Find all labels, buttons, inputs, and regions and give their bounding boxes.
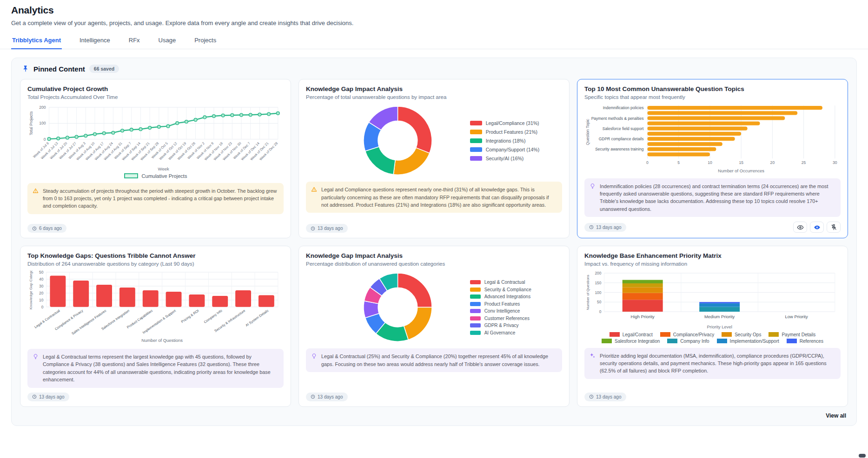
insights-button[interactable] [810,222,824,233]
card-footer: 13 days ago [306,388,562,401]
svg-text:0: 0 [599,309,602,314]
view-all-link[interactable]: View all [20,412,848,419]
tab-projects[interactable]: Projects [193,34,217,49]
svg-text:200: 200 [595,271,601,275]
card-top-10-unanswerable-question-topics[interactable]: Top 10 Most Common Unanswerable Question… [577,79,848,238]
card-cumulative-project-growth[interactable]: Cumulative Project Growth Total Projects… [20,79,291,238]
tab-intelligence[interactable]: Intelligence [79,34,111,49]
unpin-button[interactable] [827,222,841,233]
svg-text:GDPR compliance details: GDPR compliance details [599,137,644,141]
svg-text:Pricing & ROI: Pricing & ROI [180,308,200,324]
chart-legend: Legal & ContractualSecurity & Compliance… [470,280,531,335]
saved-count-badge: 66 saved [89,65,119,73]
card-top-knowledge-gaps[interactable]: Top Knowledge Gaps: Questions Tribble Ca… [20,246,291,406]
svg-text:Question Topic: Question Topic [585,118,590,145]
svg-text:0: 0 [646,160,649,165]
legend-item: Product Features [470,301,531,307]
svg-text:20: 20 [770,160,775,165]
card-subtitle: Percentage distribution of unanswered qu… [306,261,562,267]
pin-off-icon [830,224,837,231]
svg-text:Medium Priority: Medium Priority [704,314,735,319]
svg-text:Security awareness training: Security awareness training [595,147,644,151]
card-subtitle: Impact vs. frequency of missing informat… [584,261,841,267]
card-priority-matrix[interactable]: Knowledge Base Enhancement Priority Matr… [577,246,848,406]
svg-text:15: 15 [739,160,743,165]
legend-item: References [787,339,823,344]
chart-legend-row-2: Salesforce IntegrationCompany InfoImplem… [584,339,841,344]
pinned-content-section: Pinned Content 66 saved Cumulative Proje… [11,58,857,426]
card-footer: 13 days ago [306,219,562,233]
sparkles-icon [590,353,596,359]
svg-text:100: 100 [39,121,46,125]
page-header: Analytics Get a complete view of your ag… [0,0,868,26]
card-footer: 6 days ago [27,219,284,233]
legend-item: Company Info [667,339,709,344]
legend-item: Product Features (21%) [470,129,540,135]
timestamp-badge: 13 days ago [306,224,348,233]
card-subtitle: Percentage of total unanswerable questio… [306,94,562,100]
stacked-bar-chart: 050100150200High PriorityMedium Priority… [584,270,841,330]
legend-item: Company/Support (14%) [470,147,540,152]
timestamp-badge: 13 days ago [306,393,348,401]
timestamp-badge: 13 days ago [27,393,69,401]
donut-chart-row: Legal & ContractualSecurity & Compliance… [306,270,562,344]
svg-text:Knowledge Gap Catego: Knowledge Gap Catego [29,270,33,309]
svg-text:0: 0 [44,137,46,142]
svg-text:100: 100 [595,290,601,295]
svg-text:200: 200 [39,105,46,110]
clock-icon [32,394,37,399]
card-knowledge-gap-impact-analysis[interactable]: Knowledge Gap Impact Analysis Percentage… [298,79,570,238]
pinned-cards-grid: Cumulative Project Growth Total Projects… [20,79,848,407]
insight-text: Prioritize adding legal documentation (M… [600,352,835,375]
page-title: Analytics [11,5,857,16]
insight-text: Legal and Compliance questions represent… [321,186,557,209]
svg-text:20: 20 [39,291,44,295]
clock-icon [32,226,37,231]
insight-box: Prioritize adding legal documentation (M… [584,348,841,379]
legend-item: Legal & Contractual [470,280,531,285]
svg-text:50: 50 [597,300,602,305]
insight-text: Legal & Contractual (25%) and Security &… [321,353,557,368]
warning-icon [311,186,317,192]
donut-chart-row: Legal/Compliance (31%)Product Features (… [306,104,562,177]
pin-icon [22,65,29,72]
legend-item: Salesforce Integration [602,339,660,344]
clock-icon [589,225,594,229]
svg-text:0: 0 [41,305,44,309]
tab-rfx[interactable]: RFx [128,34,141,49]
view-button[interactable] [793,222,807,233]
page-subtitle: Get a complete view of your agents, proj… [11,20,857,26]
legend-item: Legal/Contract [610,332,653,337]
legend-item: Implementation/Support [717,339,779,344]
svg-text:150: 150 [595,281,601,285]
svg-text:50: 50 [39,270,44,275]
card-subtitle: Total Projects Accumulated Over Time [27,94,284,100]
tab-usage[interactable]: Usage [158,34,177,49]
card-footer: 13 days ago [584,217,841,233]
scrollbar-thumb[interactable] [859,454,866,458]
card-footer: 13 days ago [584,388,841,401]
donut-chart [306,104,470,177]
svg-text:Number of Questions: Number of Questions [586,275,590,310]
pinned-content-title: Pinned Content [33,65,85,73]
svg-text:40: 40 [39,277,44,281]
clock-icon [589,394,594,399]
svg-text:Priority Level: Priority Level [707,325,732,330]
legend-item: Conv Intelligence [470,308,531,314]
legend-item: Cumulative Projects [124,173,187,179]
svg-text:Number of Questions: Number of Questions [141,338,183,343]
tabs-bar: Tribblytics Agent Intelligence RFx Usage… [0,34,868,49]
tab-tribblytics-agent[interactable]: Tribblytics Agent [11,34,62,49]
card-subtitle: Specific topics that appear most frequen… [584,94,841,100]
chart-legend: Legal/Compliance (31%)Product Features (… [470,120,540,161]
svg-text:5: 5 [677,160,680,165]
legend-item: Security Ops [722,332,761,337]
eye-icon [797,224,804,231]
card-title: Knowledge Gap Impact Analysis [306,252,562,259]
svg-text:AI System Details: AI System Details [245,308,269,327]
svg-text:High Priority: High Priority [631,314,655,319]
line-chart: 0100200Week of Jul 6Week of Jul 13Week o… [27,104,284,172]
horizontal-bar-chart: 051015202530Indemnification policiesPaym… [584,104,841,174]
card-knowledge-gap-impact-analysis-2[interactable]: Knowledge Gap Impact Analysis Percentage… [298,246,570,406]
legend-item: Advanced Integrations [470,294,531,299]
